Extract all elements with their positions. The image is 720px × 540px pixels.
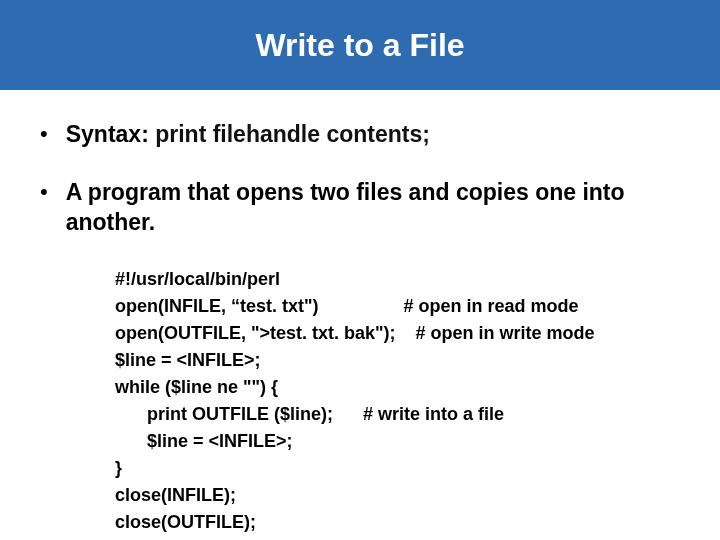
bullet-description: • A program that opens two files and cop…: [40, 178, 680, 238]
bullet-dot-icon: •: [40, 178, 48, 238]
code-line: open(INFILE, “test. txt") # open in read…: [115, 293, 680, 320]
bullet-description-text: A program that opens two files and copie…: [66, 178, 680, 238]
syntax-code: print filehandle contents;: [155, 121, 430, 147]
slide-title: Write to a File: [255, 27, 464, 64]
title-bar: Write to a File: [0, 0, 720, 90]
bullet-syntax: • Syntax: print filehandle contents;: [40, 120, 680, 150]
code-line: $line = <INFILE>;: [115, 428, 680, 455]
bullet-dot-icon: •: [40, 120, 48, 150]
code-line: close(OUTFILE);: [115, 509, 680, 536]
bullet-syntax-text: Syntax: print filehandle contents;: [66, 120, 430, 150]
code-line: }: [115, 455, 680, 482]
code-line: $line = <INFILE>;: [115, 347, 680, 374]
code-line: open(OUTFILE, ">test. txt. bak"); # open…: [115, 320, 680, 347]
code-line: close(INFILE);: [115, 482, 680, 509]
code-line: while ($line ne "") {: [115, 374, 680, 401]
code-line: print OUTFILE ($line); # write into a fi…: [115, 401, 680, 428]
slide-content: • Syntax: print filehandle contents; • A…: [0, 120, 720, 536]
code-line: #!/usr/local/bin/perl: [115, 266, 680, 293]
code-block: #!/usr/local/bin/perl open(INFILE, “test…: [115, 266, 680, 536]
syntax-label: Syntax:: [66, 121, 155, 147]
